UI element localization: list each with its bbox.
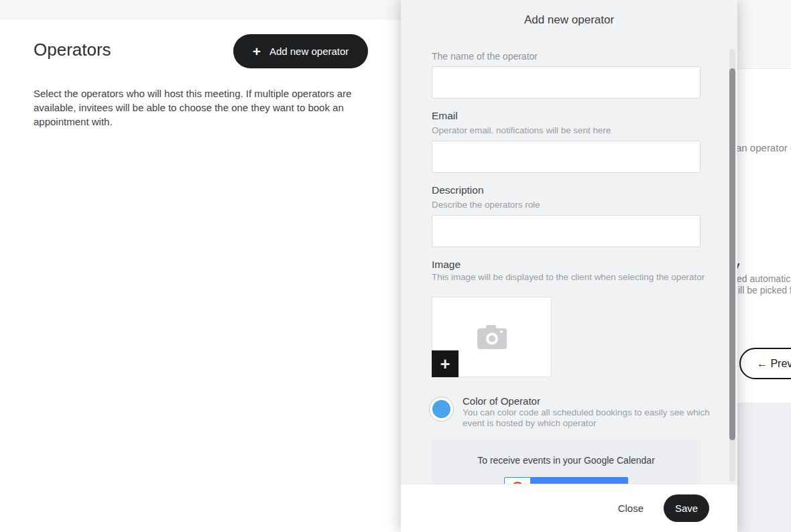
google-calendar-text: To receive events in your Google Calenda…	[432, 455, 701, 466]
previous-button-label: ← Previo	[757, 358, 791, 370]
add-new-operator-label: Add new operator	[269, 46, 349, 57]
description-field-label: Description	[432, 184, 484, 196]
operator-name-input[interactable]	[432, 66, 701, 98]
operator-description-input[interactable]	[432, 215, 701, 247]
description-field-hint: Describe the operators role	[432, 200, 540, 210]
plus-icon: +	[440, 354, 450, 374]
background-text-fragment: an operator o	[737, 142, 791, 153]
email-field-hint: Operator email, notifications will be se…	[432, 125, 611, 136]
background-text-fragment: ill be picked fi	[738, 285, 791, 295]
name-field-label: The name of the operator	[432, 51, 538, 62]
background-text-fragment: ed automatical	[737, 273, 791, 284]
color-field-label: Color of Operator	[463, 395, 540, 407]
drawer-title: Add new operator	[401, 13, 737, 27]
add-new-operator-button[interactable]: + Add new operator	[233, 34, 368, 68]
color-field-hint: You can color code all scheduled booking…	[463, 407, 710, 429]
previous-button[interactable]: ← Previo	[739, 348, 791, 379]
drawer-scrollbar-thumb[interactable]	[729, 68, 735, 440]
image-field-hint: This image will be displayed to the clie…	[432, 272, 705, 283]
operator-color-swatch[interactable]	[429, 397, 454, 421]
background-page-right: an operator o y ed automatical ill be pi…	[737, 0, 791, 532]
email-field-label: Email	[432, 110, 458, 122]
background-heading-fragment: y	[737, 259, 739, 271]
image-field-label: Image	[432, 259, 461, 271]
drawer-footer: Close Save	[401, 484, 737, 532]
camera-icon	[477, 324, 507, 350]
add-operator-drawer: Add new operator The name of the operato…	[401, 0, 737, 532]
close-button[interactable]: Close	[615, 498, 646, 518]
background-top-band	[737, 0, 791, 69]
operator-color-value	[432, 400, 450, 418]
image-add-button[interactable]: +	[432, 350, 459, 377]
background-bottom-band	[737, 403, 791, 532]
page-title: Operators	[34, 40, 111, 60]
save-button[interactable]: Save	[664, 494, 709, 522]
image-upload-area[interactable]: +	[432, 297, 552, 377]
plus-icon: +	[253, 44, 261, 58]
page-description: Select the operators who will host this …	[34, 86, 351, 129]
operator-email-input[interactable]	[432, 141, 701, 173]
